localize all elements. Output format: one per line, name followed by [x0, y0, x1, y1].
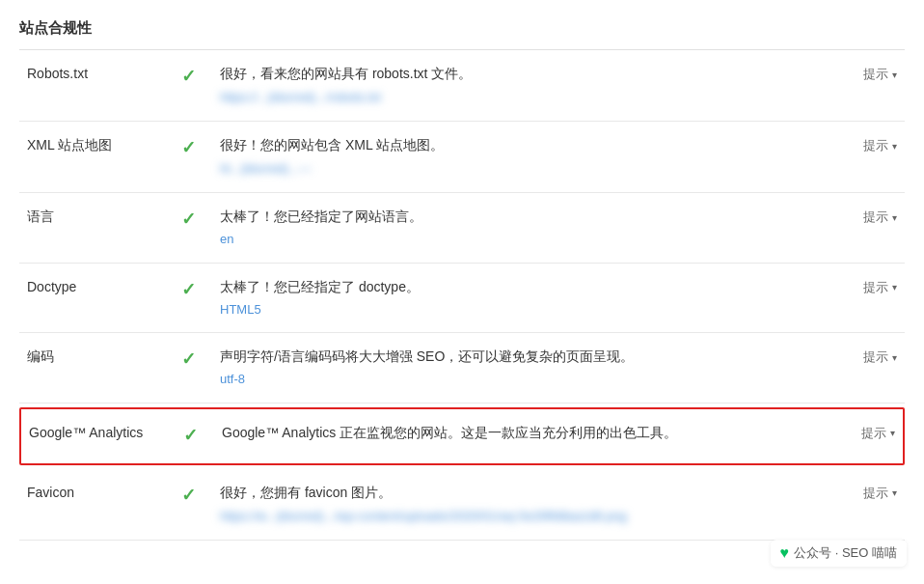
hint-button-xml-sitemap[interactable]: 提示▾: [820, 137, 897, 154]
row-name-doctype: Doctype: [27, 277, 181, 294]
check-icon: ✓: [181, 209, 196, 229]
row-main-text-robots-txt: 很好，看来您的网站具有 robots.txt 文件。: [220, 64, 820, 84]
check-icon: ✓: [183, 426, 198, 445]
check-icon: ✓: [181, 138, 196, 157]
row-content-favicon: 很好，您拥有 favicon 图片。https://w...(blurred).…: [220, 483, 820, 526]
row-name-google-analytics: Google™ Analytics: [29, 423, 183, 440]
check-icon: ✓: [181, 349, 196, 369]
row-name-encoding: 编码: [27, 347, 181, 366]
hint-button-encoding[interactable]: 提示▾: [820, 348, 897, 366]
hint-label-xml-sitemap: 提示: [863, 137, 888, 154]
row-sub-text-language: en: [220, 230, 820, 249]
row-name-robots-txt: Robots.txt: [27, 64, 181, 81]
check-icon: ✓: [181, 486, 196, 505]
page-wrapper: 站点合规性 Robots.txt✓很好，看来您的网站具有 robots.txt …: [0, 0, 924, 560]
hint-label-favicon: 提示: [863, 485, 888, 502]
row-action-doctype[interactable]: 提示▾: [820, 277, 897, 296]
watermark-text: 公众号 · SEO 喵喵: [794, 544, 897, 560]
row-main-text-encoding: 声明字符/语言编码码将大大增强 SEO，还可以避免复杂的页面呈现。: [220, 347, 820, 367]
hint-button-language[interactable]: 提示▾: [820, 209, 897, 226]
row-doctype: Doctype✓太棒了！您已经指定了 doctype。HTML5提示▾: [19, 264, 905, 334]
row-xml-sitemap: XML 站点地图✓很好！您的网站包含 XML 站点地图。ht...(blurre…: [19, 122, 905, 193]
row-check-encoding: ✓: [181, 347, 220, 370]
row-main-text-xml-sitemap: 很好！您的网站包含 XML 站点地图。: [220, 135, 820, 155]
row-content-doctype: 太棒了！您已经指定了 doctype。HTML5: [220, 277, 820, 320]
row-sub-text-doctype: HTML5: [220, 300, 820, 320]
check-icon: ✓: [181, 67, 196, 86]
row-action-language[interactable]: 提示▾: [820, 207, 897, 226]
chevron-down-icon: ▾: [892, 70, 897, 80]
row-action-google-analytics[interactable]: 提示▾: [818, 423, 895, 442]
rows-container: Robots.txt✓很好，看来您的网站具有 robots.txt 文件。htt…: [19, 50, 905, 541]
hint-label-language: 提示: [863, 209, 888, 226]
row-action-robots-txt[interactable]: 提示▾: [820, 64, 897, 83]
row-google-analytics: Google™ Analytics✓Google™ Analytics 正在监视…: [19, 407, 905, 465]
row-check-favicon: ✓: [181, 483, 220, 506]
row-check-robots-txt: ✓: [181, 64, 220, 87]
chevron-down-icon: ▾: [892, 352, 897, 363]
row-name-favicon: Favicon: [27, 483, 181, 500]
chevron-down-icon: ▾: [890, 428, 895, 438]
chevron-down-icon: ▾: [892, 141, 897, 152]
row-sub-text-robots-txt: https://...(blurred).../robots.txt: [220, 88, 381, 107]
chevron-down-icon: ▾: [892, 487, 897, 498]
row-action-encoding[interactable]: 提示▾: [820, 347, 897, 366]
row-main-text-favicon: 很好，您拥有 favicon 图片。: [220, 483, 820, 503]
row-sub-text-xml-sitemap: ht...(blurred)...—: [220, 159, 312, 179]
wechat-icon: ♥: [780, 544, 790, 560]
row-content-language: 太棒了！您已经指定了网站语言。en: [220, 207, 820, 249]
row-main-text-language: 太棒了！您已经指定了网站语言。: [220, 207, 820, 227]
hint-label-google-analytics: 提示: [861, 425, 886, 442]
row-favicon: Favicon✓很好，您拥有 favicon 图片。https://w...(b…: [19, 469, 905, 541]
hint-button-doctype[interactable]: 提示▾: [820, 279, 897, 296]
watermark: ♥ 公众号 · SEO 喵喵: [771, 540, 907, 560]
chevron-down-icon: ▾: [892, 282, 897, 292]
row-sub-text-encoding: utf-8: [220, 370, 820, 389]
row-action-xml-sitemap[interactable]: 提示▾: [820, 135, 897, 154]
row-check-language: ✓: [181, 207, 220, 230]
row-name-xml-sitemap: XML 站点地图: [27, 135, 181, 154]
row-sub-text-favicon: https://w...(blurred).../wp-content/uplo…: [220, 507, 627, 526]
hint-button-google-analytics[interactable]: 提示▾: [818, 425, 895, 442]
hint-label-robots-txt: 提示: [863, 66, 888, 83]
hint-label-doctype: 提示: [863, 279, 888, 296]
row-main-text-google-analytics: Google™ Analytics 正在监视您的网站。这是一款应当充分利用的出色…: [222, 423, 818, 443]
row-content-encoding: 声明字符/语言编码码将大大增强 SEO，还可以避免复杂的页面呈现。utf-8: [220, 347, 820, 389]
hint-label-encoding: 提示: [863, 348, 888, 366]
row-language: 语言✓太棒了！您已经指定了网站语言。en提示▾: [19, 193, 905, 264]
row-action-favicon[interactable]: 提示▾: [820, 483, 897, 502]
row-robots-txt: Robots.txt✓很好，看来您的网站具有 robots.txt 文件。htt…: [19, 50, 905, 122]
row-content-xml-sitemap: 很好！您的网站包含 XML 站点地图。ht...(blurred)...—: [220, 135, 820, 179]
chevron-down-icon: ▾: [892, 212, 897, 223]
row-encoding: 编码✓声明字符/语言编码码将大大增强 SEO，还可以避免复杂的页面呈现。utf-…: [19, 333, 905, 403]
row-check-xml-sitemap: ✓: [181, 135, 220, 158]
row-content-google-analytics: Google™ Analytics 正在监视您的网站。这是一款应当充分利用的出色…: [222, 423, 818, 446]
row-content-robots-txt: 很好，看来您的网站具有 robots.txt 文件。https://...(bl…: [220, 64, 820, 107]
hint-button-robots-txt[interactable]: 提示▾: [820, 66, 897, 83]
page-title: 站点合规性: [19, 10, 905, 50]
row-check-google-analytics: ✓: [183, 423, 222, 446]
row-check-doctype: ✓: [181, 277, 220, 300]
hint-button-favicon[interactable]: 提示▾: [820, 485, 897, 502]
check-icon: ✓: [181, 280, 196, 299]
row-name-language: 语言: [27, 207, 181, 226]
row-main-text-doctype: 太棒了！您已经指定了 doctype。: [220, 277, 820, 297]
